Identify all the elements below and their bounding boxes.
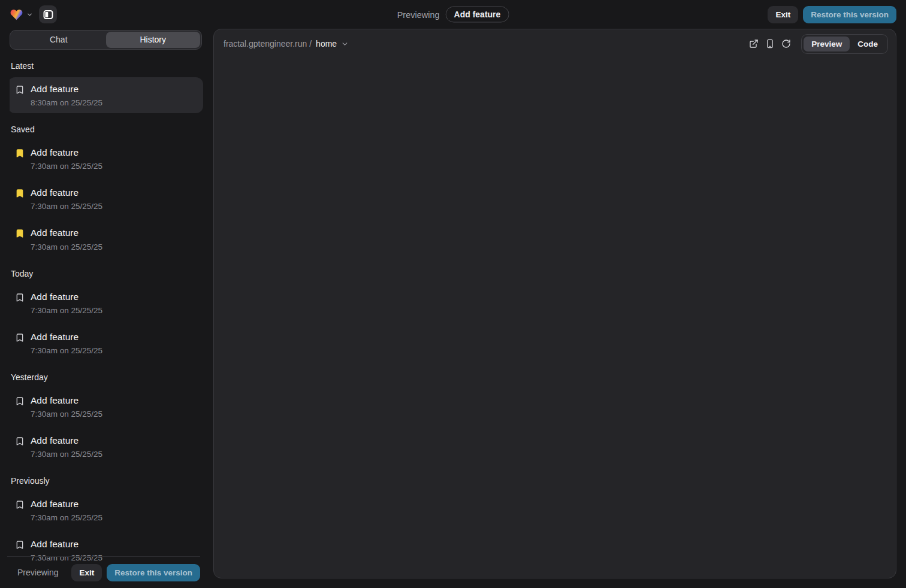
history-item-timestamp: 7:30am on 25/25/25 <box>31 306 102 315</box>
open-external-button[interactable] <box>745 35 762 52</box>
preview-header: fractal.gptengineer.run / home <box>214 29 896 58</box>
device-preview-button[interactable] <box>762 35 778 52</box>
history-item[interactable]: Add feature 7:30am on 25/25/25 <box>10 285 203 321</box>
history-item[interactable]: Add feature 7:30am on 25/25/25 <box>10 429 203 465</box>
history-item[interactable]: Add feature 8:30am on 25/25/25 <box>10 77 203 113</box>
history-item-timestamp: 7:30am on 25/25/25 <box>31 513 102 522</box>
chevron-down-icon <box>341 40 349 48</box>
tab-history[interactable]: History <box>106 32 201 48</box>
history-item-title: Add feature <box>31 291 102 303</box>
url-prefix: fractal.gptengineer.run / <box>224 39 312 49</box>
view-mode-tabs: Preview Code <box>801 34 888 54</box>
refresh-button[interactable] <box>778 35 794 52</box>
history-section: Latest Add feature 8:30am on 25/25/25 <box>10 61 203 113</box>
bookmark-outline-icon <box>15 395 25 419</box>
history-section: Previously Add feature 7:30am on 25/25/2… <box>10 476 203 568</box>
history-item-title: Add feature <box>31 331 102 343</box>
history-item-text: Add feature 7:30am on 25/25/25 <box>31 435 102 459</box>
sidebar-footer: Previewing Exit Restore this version <box>7 556 200 588</box>
history-item[interactable]: Add feature 7:30am on 25/25/25 <box>10 325 203 361</box>
bookmark-outline-icon <box>15 435 25 459</box>
history-item[interactable]: Add feature 7:30am on 25/25/25 <box>10 389 203 425</box>
restore-version-button[interactable]: Restore this version <box>803 6 896 23</box>
lovable-heart-icon <box>10 8 23 21</box>
history-section-title: Previously <box>11 476 203 486</box>
bookmark-outline-icon <box>15 331 25 355</box>
history-item-timestamp: 7:30am on 25/25/25 <box>31 346 102 355</box>
bookmark-outline-icon <box>15 291 25 315</box>
top-bar-right: Exit Restore this version <box>768 6 896 23</box>
history-item-text: Add feature 7:30am on 25/25/25 <box>31 395 102 419</box>
bookmark-outline-icon <box>15 498 25 522</box>
url-current-page: home <box>316 39 337 49</box>
footer-exit-button[interactable]: Exit <box>71 564 102 581</box>
bookmark-outline-icon <box>15 83 25 107</box>
history-section-title: Latest <box>11 61 203 71</box>
history-item-text: Add feature 8:30am on 25/25/25 <box>31 83 102 107</box>
history-list: Latest Add feature 8:30am on 25/25/25 Sa… <box>10 50 203 588</box>
history-item-title: Add feature <box>31 83 102 95</box>
history-item-title: Add feature <box>31 227 102 239</box>
history-item-title: Add feature <box>31 147 102 159</box>
preview-header-actions: Preview Code <box>745 34 888 54</box>
previewing-label: Previewing <box>397 10 440 19</box>
refresh-icon <box>781 39 791 49</box>
footer-buttons: Exit Restore this version <box>71 564 200 581</box>
bookmark-filled-icon <box>15 187 25 211</box>
smartphone-icon <box>765 39 775 49</box>
tab-preview[interactable]: Preview <box>804 37 850 51</box>
history-section-title: Yesterday <box>11 372 203 382</box>
history-section-items: Add feature 7:30am on 25/25/25 Add featu… <box>10 141 203 257</box>
external-link-icon <box>749 39 759 49</box>
history-section: Yesterday Add feature 7:30am on 25/25/25… <box>10 372 203 465</box>
history-item[interactable]: Add feature 7:30am on 25/25/25 <box>10 492 203 528</box>
bookmark-filled-icon <box>15 227 25 251</box>
history-item-text: Add feature 7:30am on 25/25/25 <box>31 291 102 315</box>
history-section-title: Saved <box>11 125 203 134</box>
version-badge: Add feature <box>446 7 509 23</box>
sidebar-toggle-button[interactable] <box>39 5 57 23</box>
url-breadcrumb[interactable]: fractal.gptengineer.run / home <box>224 39 349 49</box>
history-item-timestamp: 7:30am on 25/25/25 <box>31 450 102 459</box>
history-item-timestamp: 7:30am on 25/25/25 <box>31 410 102 419</box>
history-item-title: Add feature <box>31 498 102 510</box>
top-bar-left <box>10 5 57 23</box>
history-item-text: Add feature 7:30am on 25/25/25 <box>31 331 102 355</box>
footer-previewing-label: Previewing <box>17 568 58 577</box>
history-item[interactable]: Add feature 7:30am on 25/25/25 <box>10 181 203 217</box>
history-section-items: Add feature 7:30am on 25/25/25 Add featu… <box>10 389 203 465</box>
panel-left-icon <box>43 10 53 20</box>
logo-menu-button[interactable] <box>10 8 33 21</box>
history-item-timestamp: 7:30am on 25/25/25 <box>31 162 102 171</box>
tab-code[interactable]: Code <box>850 37 886 51</box>
history-section-items: Add feature 8:30am on 25/25/25 <box>10 77 203 113</box>
bookmark-filled-icon <box>15 147 25 171</box>
exit-button[interactable]: Exit <box>768 6 798 23</box>
history-item-timestamp: 7:30am on 25/25/25 <box>31 202 102 211</box>
top-bar: Previewing Add feature Exit Restore this… <box>0 0 906 29</box>
history-item-timestamp: 8:30am on 25/25/25 <box>31 98 102 107</box>
main-row: Chat History Latest Add feature 8:30am o… <box>0 29 906 588</box>
history-item-text: Add feature 7:30am on 25/25/25 <box>31 187 102 211</box>
tab-chat[interactable]: Chat <box>11 32 106 48</box>
history-item-title: Add feature <box>31 435 102 447</box>
history-item-text: Add feature 7:30am on 25/25/25 <box>31 147 102 171</box>
history-sidebar: Chat History Latest Add feature 8:30am o… <box>0 29 213 588</box>
history-item-title: Add feature <box>31 395 102 407</box>
history-section: Today Add feature 7:30am on 25/25/25 Add… <box>10 269 203 361</box>
preview-viewport <box>214 58 896 578</box>
history-item-text: Add feature 7:30am on 25/25/25 <box>31 498 102 522</box>
history-item[interactable]: Add feature 7:30am on 25/25/25 <box>10 221 203 257</box>
history-item[interactable]: Add feature 7:30am on 25/25/25 <box>10 141 203 177</box>
preview-panel: fractal.gptengineer.run / home <box>213 29 896 578</box>
history-section: Saved Add feature 7:30am on 25/25/25 Add… <box>10 125 203 257</box>
history-item-text: Add feature 7:30am on 25/25/25 <box>31 227 102 251</box>
sidebar-tabs: Chat History <box>10 30 202 50</box>
history-section-title: Today <box>11 269 203 278</box>
history-item-title: Add feature <box>31 187 102 199</box>
history-item-title: Add feature <box>31 538 102 550</box>
top-bar-center: Previewing Add feature <box>397 7 509 23</box>
history-section-items: Add feature 7:30am on 25/25/25 Add featu… <box>10 285 203 361</box>
footer-restore-button[interactable]: Restore this version <box>107 564 200 581</box>
chevron-down-icon <box>26 11 33 18</box>
